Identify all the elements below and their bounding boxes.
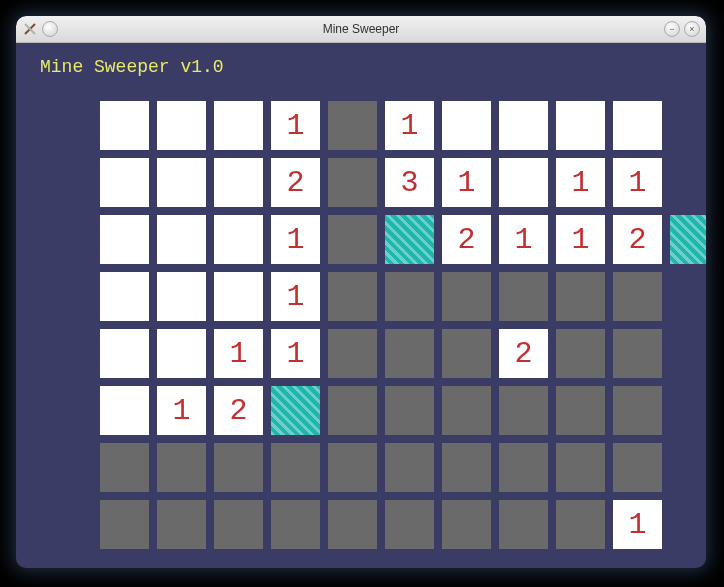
- cell-flag[interactable]: [271, 386, 320, 435]
- close-button[interactable]: ×: [684, 21, 700, 37]
- cell-open: [214, 272, 263, 321]
- app-icon: [22, 21, 38, 37]
- titlebar-left-controls: [16, 21, 58, 37]
- cell-open-1: 1: [271, 272, 320, 321]
- app-window: Mine Sweeper − × Mine Sweeper v1.0 11231…: [16, 16, 706, 568]
- cell-open: [214, 215, 263, 264]
- cell-open: [499, 101, 548, 150]
- cell-covered[interactable]: [157, 443, 206, 492]
- cell-open: [100, 158, 149, 207]
- cell-open: [100, 101, 149, 150]
- cell-open: [157, 215, 206, 264]
- cell-open: [442, 101, 491, 150]
- cell-open-2: 2: [499, 329, 548, 378]
- cell-open-1: 1: [556, 215, 605, 264]
- cell-covered[interactable]: [214, 443, 263, 492]
- cell-empty: [670, 386, 706, 435]
- cell-open-1: 1: [613, 500, 662, 549]
- version-label: Mine Sweeper v1.0: [40, 57, 682, 77]
- cell-covered[interactable]: [328, 443, 377, 492]
- cell-open: [613, 101, 662, 150]
- cell-covered[interactable]: [442, 443, 491, 492]
- cell-open: [499, 158, 548, 207]
- cell-covered[interactable]: [442, 386, 491, 435]
- cell-open-1: 1: [556, 158, 605, 207]
- cell-covered[interactable]: [385, 329, 434, 378]
- cell-open-1: 1: [271, 329, 320, 378]
- game-board: 1123111121121112121: [100, 101, 682, 549]
- cell-open: [157, 158, 206, 207]
- cell-covered[interactable]: [499, 443, 548, 492]
- titlebar: Mine Sweeper − ×: [16, 16, 706, 43]
- cell-covered[interactable]: [442, 500, 491, 549]
- cell-covered[interactable]: [556, 443, 605, 492]
- cell-covered[interactable]: [100, 443, 149, 492]
- cell-open-2: 2: [271, 158, 320, 207]
- cell-open: [214, 101, 263, 150]
- cell-covered[interactable]: [385, 386, 434, 435]
- cell-covered[interactable]: [499, 500, 548, 549]
- cell-covered[interactable]: [556, 329, 605, 378]
- cell-open-2: 2: [214, 386, 263, 435]
- cell-open-1: 1: [271, 215, 320, 264]
- cell-flag[interactable]: [670, 215, 706, 264]
- cell-covered[interactable]: [613, 386, 662, 435]
- cell-covered[interactable]: [271, 443, 320, 492]
- cell-covered[interactable]: [556, 272, 605, 321]
- cell-open: [100, 215, 149, 264]
- cell-covered[interactable]: [385, 272, 434, 321]
- cell-covered[interactable]: [442, 272, 491, 321]
- cell-empty: [670, 329, 706, 378]
- cell-covered[interactable]: [328, 272, 377, 321]
- cell-covered[interactable]: [613, 329, 662, 378]
- cell-open-2: 2: [613, 215, 662, 264]
- cell-covered[interactable]: [328, 500, 377, 549]
- cell-covered[interactable]: [613, 443, 662, 492]
- cell-covered[interactable]: [613, 272, 662, 321]
- cell-open: [157, 329, 206, 378]
- cell-open: [100, 272, 149, 321]
- cell-open: [556, 101, 605, 150]
- cell-open: [214, 158, 263, 207]
- cell-open-1: 1: [499, 215, 548, 264]
- cell-empty: [670, 158, 706, 207]
- titlebar-right-controls: − ×: [664, 21, 700, 37]
- cell-open-1: 1: [613, 158, 662, 207]
- cell-open-1: 1: [157, 386, 206, 435]
- cell-open-1: 1: [271, 101, 320, 150]
- cell-covered[interactable]: [100, 500, 149, 549]
- cell-covered[interactable]: [556, 500, 605, 549]
- cell-covered[interactable]: [328, 158, 377, 207]
- cell-open-1: 1: [442, 158, 491, 207]
- cell-covered[interactable]: [157, 500, 206, 549]
- cell-covered[interactable]: [328, 215, 377, 264]
- cell-covered[interactable]: [214, 500, 263, 549]
- cell-covered[interactable]: [328, 329, 377, 378]
- window-title: Mine Sweeper: [16, 22, 706, 36]
- cell-empty: [670, 500, 706, 549]
- cell-empty: [670, 272, 706, 321]
- cell-covered[interactable]: [328, 386, 377, 435]
- game-area: Mine Sweeper v1.0 1123111121121112121: [16, 43, 706, 563]
- cell-covered[interactable]: [385, 443, 434, 492]
- cell-flag[interactable]: [385, 215, 434, 264]
- cell-covered[interactable]: [385, 500, 434, 549]
- cell-empty: [670, 101, 706, 150]
- cell-open: [157, 272, 206, 321]
- cell-open-1: 1: [214, 329, 263, 378]
- cell-covered[interactable]: [556, 386, 605, 435]
- cell-covered[interactable]: [271, 500, 320, 549]
- cell-empty: [670, 443, 706, 492]
- cell-covered[interactable]: [499, 386, 548, 435]
- cell-open: [100, 329, 149, 378]
- cell-open: [157, 101, 206, 150]
- cell-covered[interactable]: [499, 272, 548, 321]
- minimize-button[interactable]: −: [664, 21, 680, 37]
- titlebar-secondary-button[interactable]: [42, 21, 58, 37]
- cell-covered[interactable]: [328, 101, 377, 150]
- cell-open-1: 1: [385, 101, 434, 150]
- cell-open: [100, 386, 149, 435]
- cell-open-2: 2: [442, 215, 491, 264]
- cell-covered[interactable]: [442, 329, 491, 378]
- cell-open-3: 3: [385, 158, 434, 207]
